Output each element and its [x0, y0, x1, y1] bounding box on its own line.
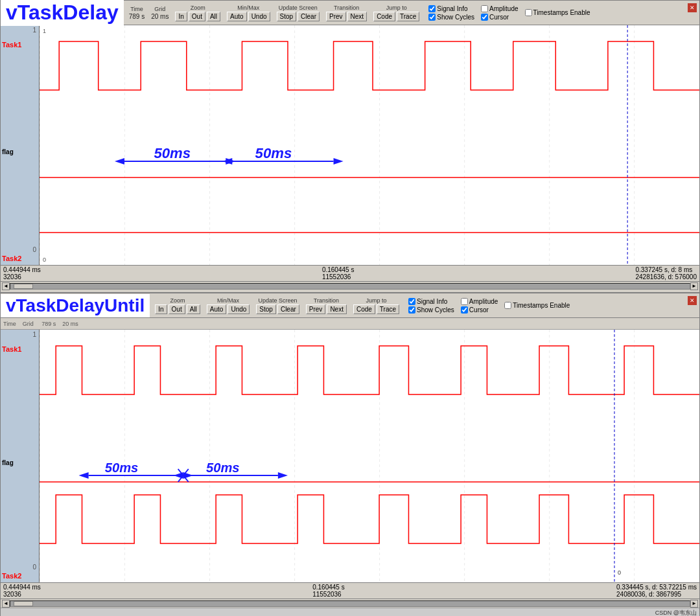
- transition-prev-btn-2[interactable]: Prev: [306, 304, 326, 314]
- watermark-bar: CSDN @韦东山: [1, 608, 699, 616]
- jumpto-code-btn-1[interactable]: Code: [373, 12, 395, 21]
- status-left-2: 0.444944 ms 32036: [3, 584, 41, 598]
- waveform-svg-2: 50ms 50ms 0: [40, 330, 699, 582]
- waveform-canvas-2[interactable]: 50ms 50ms 0: [40, 330, 699, 582]
- timestamps-check-2[interactable]: Timestamps Enable: [504, 302, 570, 309]
- zoom-in-btn-2[interactable]: In: [155, 304, 167, 314]
- minmax-undo-btn-2[interactable]: Undo: [228, 304, 250, 314]
- minmax-undo-btn-1[interactable]: Undo: [248, 12, 270, 21]
- status-right-2: 0.334445 s, d: 53.72215 ms 24080036, d: …: [616, 584, 697, 598]
- signal-info-check-1[interactable]: Signal Info: [428, 5, 474, 12]
- checkbox-group-2c: Timestamps Enable: [504, 302, 570, 309]
- scroll-right-2[interactable]: ►: [690, 600, 698, 608]
- timestamps-check-1[interactable]: Timestamps Enable: [525, 9, 590, 16]
- jumpto-group-1: Jump to Code Trace: [373, 5, 419, 21]
- status-bar-1: 0.444944 ms 32036 0.160445 s 11552036 0.…: [1, 265, 699, 281]
- checkbox-group-1b: Amplitude Cursor: [481, 5, 518, 21]
- checkbox-group-1: Signal Info Show Cycles: [428, 5, 474, 21]
- zoom-out-btn-1[interactable]: Out: [189, 12, 205, 21]
- panel1: ✕ vTaskDelay Time 789 s Grid 20 ms Zoom …: [0, 0, 700, 293]
- jumpto-code-btn-2[interactable]: Code: [353, 304, 375, 314]
- task2-label-1: Task2: [2, 255, 38, 262]
- svg-text:50ms: 50ms: [255, 145, 292, 161]
- update-clear-btn-2[interactable]: Clear: [277, 304, 299, 314]
- minmax-auto-btn-1[interactable]: Auto: [227, 12, 247, 21]
- time-group: Time 789 s: [129, 6, 145, 20]
- zoom-group: Zoom In Out All: [175, 5, 220, 21]
- update-stop-btn-1[interactable]: Stop: [277, 12, 297, 21]
- scrollbar-2[interactable]: ◄ ►: [1, 599, 699, 608]
- signal-labels-2: 1 Task1 flag Task2 0: [1, 330, 40, 582]
- checkbox-group-1c: Timestamps Enable: [525, 9, 590, 16]
- waveform-canvas-1[interactable]: 1 0 50ms: [40, 25, 699, 265]
- cursor-check-2[interactable]: Cursor: [461, 306, 498, 314]
- minmax-auto-btn-2[interactable]: Auto: [207, 304, 227, 314]
- scrollbar-1[interactable]: ◄ ►: [1, 281, 699, 290]
- checkbox-group-2b: Amplitude Cursor: [461, 298, 498, 314]
- minmax-group-2: Min/Max Auto Undo: [207, 297, 250, 314]
- task1-label-1: Task1: [2, 41, 38, 49]
- svg-text:50ms: 50ms: [154, 145, 191, 161]
- grid-group: Grid 20 ms: [151, 6, 169, 20]
- transition-group-2: Transition Prev Next: [306, 297, 347, 314]
- waveform-svg-1: 1 0 50ms: [40, 25, 699, 265]
- zoom-in-btn-1[interactable]: In: [175, 12, 187, 21]
- waveform-area-1: 1 Task1 flag Task2 0 1 0: [1, 25, 699, 265]
- zoom-all-btn-1[interactable]: All: [207, 12, 220, 21]
- scroll-track-1[interactable]: [10, 283, 690, 290]
- task2-label-2: Task2: [2, 572, 38, 580]
- flag-label-1: flag: [2, 148, 38, 155]
- extra-toolbar-2: Time Grid 789 s 20 ms: [1, 318, 699, 330]
- scroll-right-1[interactable]: ►: [690, 282, 698, 290]
- signal-labels-1: 1 Task1 flag Task2 0: [1, 25, 40, 265]
- cursor-check-1[interactable]: Cursor: [481, 14, 518, 21]
- amplitude-check-1[interactable]: Amplitude: [481, 5, 518, 12]
- panel1-title: vTaskDelay: [1, 0, 124, 26]
- minmax-group-1: Min/Max Auto Undo: [227, 5, 270, 21]
- jumpto-group-2: Jump to Code Trace: [353, 297, 399, 314]
- waveform-area-2: 1 Task1 flag Task2 0: [1, 330, 699, 582]
- jumpto-trace-btn-1[interactable]: Trace: [397, 12, 419, 21]
- status-center-1: 0.160445 s 11552036: [322, 266, 355, 280]
- panel2-title: vTaskDelayUntil: [1, 294, 150, 317]
- status-bar-2: 0.444944 ms 32036 0.160445 s 11552036 0.…: [1, 582, 699, 599]
- scroll-left-2[interactable]: ◄: [2, 600, 10, 608]
- close-button-2[interactable]: ✕: [688, 296, 697, 305]
- svg-text:0: 0: [43, 257, 46, 263]
- show-cycles-check-1[interactable]: Show Cycles: [428, 14, 474, 21]
- svg-text:50ms: 50ms: [105, 461, 139, 475]
- transition-next-btn-1[interactable]: Next: [347, 12, 368, 21]
- status-center-2: 0.160445 s 11552036: [312, 584, 345, 598]
- zoom-group-2: Zoom In Out All: [155, 297, 200, 314]
- task1-label-2: Task1: [2, 345, 38, 353]
- svg-text:1: 1: [43, 28, 46, 34]
- zoom-out-btn-2[interactable]: Out: [169, 304, 185, 314]
- scroll-thumb-2[interactable]: [14, 601, 33, 606]
- status-left-1: 0.444944 ms 32036: [3, 266, 41, 280]
- update-clear-btn-1[interactable]: Clear: [298, 12, 320, 21]
- amplitude-check-2[interactable]: Amplitude: [461, 298, 498, 305]
- jumpto-trace-btn-2[interactable]: Trace: [377, 304, 399, 314]
- signal-info-check-2[interactable]: Signal Info: [408, 298, 454, 305]
- scroll-thumb-1[interactable]: [14, 284, 33, 289]
- transition-prev-btn-1[interactable]: Prev: [326, 12, 346, 21]
- zoom-all-btn-2[interactable]: All: [187, 304, 200, 314]
- transition-next-btn-2[interactable]: Next: [327, 304, 347, 314]
- transition-group-1: Transition Prev Next: [326, 5, 367, 21]
- svg-text:0: 0: [618, 569, 621, 576]
- status-right-1: 0.337245 s, d: 8 ms 24281636, d: 576000: [635, 266, 697, 280]
- svg-text:50ms: 50ms: [206, 461, 240, 475]
- scroll-left-1[interactable]: ◄: [2, 282, 10, 290]
- svg-rect-16: [40, 330, 699, 582]
- scroll-track-2[interactable]: [10, 600, 690, 607]
- svg-rect-2: [40, 25, 699, 265]
- show-cycles-check-2[interactable]: Show Cycles: [408, 306, 454, 314]
- update-group-1: Update Screen Stop Clear: [277, 5, 320, 21]
- panel2: ✕ vTaskDelayUntil Zoom In Out All Min/Ma…: [0, 293, 700, 616]
- checkbox-group-2: Signal Info Show Cycles: [408, 298, 454, 314]
- update-stop-btn-2[interactable]: Stop: [256, 304, 276, 314]
- update-group-2: Update Screen Stop Clear: [256, 297, 299, 314]
- close-button-1[interactable]: ✕: [688, 3, 697, 12]
- flag-label-2: flag: [2, 459, 38, 466]
